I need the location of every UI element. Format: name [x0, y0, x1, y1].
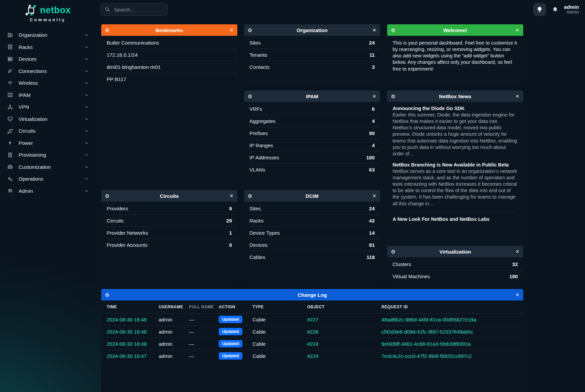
- sidebar-item-wireless[interactable]: Wireless: [0, 77, 96, 89]
- stat-row: VRFs6: [249, 103, 380, 115]
- gear-icon[interactable]: ⚙: [248, 28, 252, 33]
- changelog-object-link[interactable]: #224: [307, 353, 318, 359]
- bookmark-link[interactable]: 172.16.0.1/24: [107, 52, 232, 58]
- search-input[interactable]: [113, 6, 163, 13]
- stat-label-link[interactable]: Cables: [249, 254, 367, 260]
- welcome-text: This is your personal dashboard. Feel fr…: [387, 36, 523, 84]
- changelog-fullname: —: [189, 313, 219, 325]
- stat-label-link[interactable]: Sites: [249, 40, 369, 46]
- stat-row: Aggregates4: [249, 115, 380, 127]
- news-article: Announcing the Diode Go SDKEarlier this …: [393, 106, 518, 157]
- widget-title: Bookmarks: [101, 27, 237, 33]
- changelog-time-link[interactable]: 2024-08-30 18:47: [107, 353, 147, 359]
- changelog-object-link[interactable]: #226: [307, 329, 318, 335]
- changelog-object-link[interactable]: #224: [307, 341, 318, 347]
- changelog-column-header[interactable]: TYPE: [252, 300, 307, 313]
- chevron-down-icon: [84, 153, 89, 157]
- gear-icon[interactable]: ⚙: [391, 28, 395, 33]
- stat-label-link[interactable]: Clusters: [393, 261, 512, 267]
- sidebar-item-racks[interactable]: Racks: [0, 41, 96, 53]
- stat-label-link[interactable]: Devices: [249, 242, 369, 248]
- bookmark-link[interactable]: dmi01-binghamton-rtr01: [107, 64, 232, 70]
- gear-icon[interactable]: ⚙: [105, 28, 109, 33]
- sidebar-item-organization[interactable]: Organization: [0, 29, 96, 41]
- changelog-request-link[interactable]: 7e3c4c2c-ccc0-47f2-994f-f99201c997c2: [381, 353, 472, 359]
- stat-label-link[interactable]: VRFs: [249, 106, 372, 112]
- brand[interactable]: netbox Community: [0, 0, 96, 22]
- stat-label-link[interactable]: VLANs: [249, 167, 369, 173]
- sidebar-item-operations[interactable]: Operations: [0, 173, 96, 185]
- stat-label-link[interactable]: Racks: [249, 218, 369, 224]
- sidebar-item-virtualization[interactable]: Virtualization: [0, 113, 96, 125]
- sidebar-item-provisioning[interactable]: Provisioning: [0, 149, 96, 161]
- news-footer: A New Look For NetBox and NetBox Labs: [393, 212, 518, 226]
- notifications-bell-icon[interactable]: [552, 6, 558, 13]
- changelog-column-header[interactable]: ACTION: [219, 300, 252, 313]
- changelog-request-link[interactable]: 48ad8b2c-986d-44fd-81ca-00d55b27e19a: [381, 317, 476, 322]
- sidebar-item-customization[interactable]: Customization: [0, 161, 96, 173]
- gear-icon[interactable]: ⚙: [105, 193, 109, 199]
- sidebar-item-circuits[interactable]: Circuits: [0, 125, 96, 137]
- close-icon[interactable]: ×: [515, 292, 519, 298]
- changelog-header-row: TIMEUSERNAMEFULL NAMEACTIONTYPEOBJECTREQ…: [101, 300, 523, 313]
- stat-row: Virtual Machines180: [393, 270, 523, 282]
- close-icon[interactable]: ×: [230, 27, 233, 33]
- changelog-column-header[interactable]: TIME: [101, 300, 159, 313]
- changelog-column-header[interactable]: REQUEST ID: [381, 300, 523, 313]
- close-icon[interactable]: ×: [372, 193, 376, 199]
- sidebar-item-devices[interactable]: Devices: [0, 53, 96, 65]
- stat-label-link[interactable]: Providers: [107, 206, 229, 211]
- stat-label-link[interactable]: Virtual Machines: [393, 273, 509, 279]
- chevron-down-icon: [84, 45, 89, 49]
- changelog-column-header[interactable]: OBJECT: [307, 300, 381, 313]
- news-article-title-link[interactable]: Announcing the Diode Go SDK: [393, 106, 518, 111]
- stat-label-link[interactable]: Sites: [249, 206, 369, 211]
- user-menu[interactable]: admin Admin: [564, 4, 579, 15]
- stat-label-link[interactable]: Prefixes: [249, 130, 369, 136]
- news-article-link[interactable]: A New Look For NetBox and NetBox Labs: [393, 216, 489, 222]
- changelog-object-link[interactable]: #227: [307, 317, 318, 322]
- gear-icon[interactable]: ⚙: [105, 292, 109, 297]
- changelog-time-link[interactable]: 2024-08-30 18:48: [107, 329, 147, 335]
- stat-label-link[interactable]: IP Ranges: [249, 142, 372, 148]
- theme-toggle-button[interactable]: [533, 3, 546, 16]
- sidebar-item-label: IPAM: [19, 92, 84, 98]
- stat-label-link[interactable]: IP Addresses: [249, 155, 366, 160]
- stat-label-link[interactable]: Provider Networks: [107, 230, 229, 236]
- sidebar-item-connections[interactable]: Connections: [0, 65, 96, 77]
- gear-icon[interactable]: ⚙: [391, 249, 395, 254]
- bookmark-link[interactable]: PP:B117: [107, 76, 232, 82]
- close-icon[interactable]: ×: [515, 249, 519, 255]
- stat-label-link[interactable]: Provider Accounts: [107, 242, 229, 248]
- stat-label-link[interactable]: Aggregates: [249, 118, 372, 124]
- close-icon[interactable]: ×: [230, 193, 233, 199]
- sidebar-item-admin[interactable]: Admin: [0, 185, 96, 197]
- stat-label-link[interactable]: Device Types: [249, 230, 369, 236]
- close-icon[interactable]: ×: [372, 93, 376, 99]
- sidebar-item-label: VPN: [19, 104, 84, 110]
- gear-icon[interactable]: ⚙: [248, 94, 252, 99]
- close-icon[interactable]: ×: [372, 27, 376, 33]
- topbar-right: admin Admin: [533, 3, 585, 16]
- close-icon[interactable]: ×: [515, 27, 519, 33]
- stat-label-link[interactable]: Circuits: [107, 218, 226, 224]
- stat-row: Sites24: [249, 36, 380, 49]
- close-icon[interactable]: ×: [515, 93, 519, 99]
- sidebar-item-ipam[interactable]: 10IPAM: [0, 89, 96, 101]
- bookmark-link[interactable]: Butler Communications: [107, 40, 232, 46]
- stat-list: Sites24Tenants11Contacts3: [244, 36, 380, 84]
- gear-icon[interactable]: ⚙: [248, 193, 252, 199]
- news-article-title-link[interactable]: NetBox Branching is Now Available in Pub…: [393, 162, 518, 167]
- stat-label-link[interactable]: Contacts: [249, 64, 372, 70]
- changelog-column-header[interactable]: USERNAME: [159, 300, 189, 313]
- changelog-time-link[interactable]: 2024-08-30 18:48: [107, 317, 147, 322]
- dashboard-column-3: ⚙ Welcome! × This is your personal dashb…: [387, 24, 523, 282]
- changelog-time-link[interactable]: 2024-08-30 18:48: [107, 341, 147, 347]
- changelog-column-header[interactable]: FULL NAME: [189, 300, 219, 313]
- stat-label-link[interactable]: Tenants: [249, 52, 369, 58]
- sidebar-item-vpn[interactable]: VPN: [0, 101, 96, 113]
- changelog-request-link[interactable]: 9cf40fdf-3461-4c88-81a3-5feb39f8391a: [381, 341, 471, 347]
- sidebar-item-power[interactable]: Power: [0, 137, 96, 149]
- changelog-request-link[interactable]: cf92d3e6-d09d-41fc-9fd7-52337649ab5c: [381, 329, 473, 335]
- gear-icon[interactable]: ⚙: [391, 94, 395, 99]
